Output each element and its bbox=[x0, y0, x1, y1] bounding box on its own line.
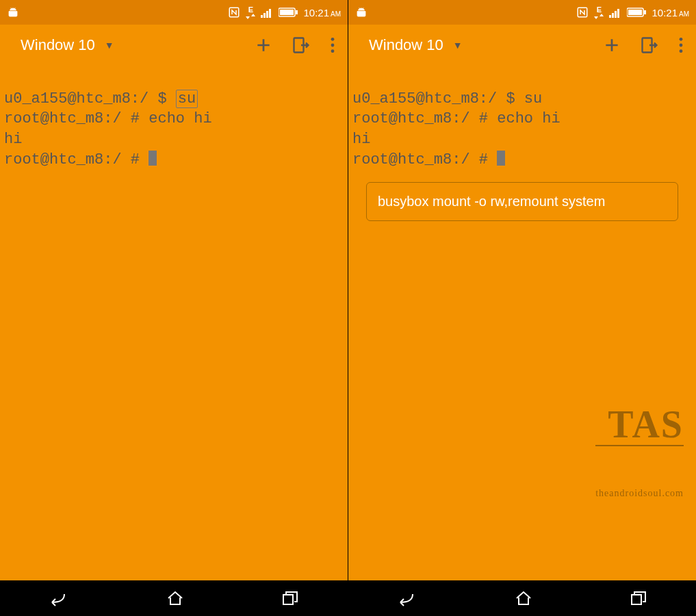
svg-rect-17 bbox=[617, 9, 619, 18]
svg-point-22 bbox=[680, 38, 683, 41]
nav-bar bbox=[348, 580, 696, 616]
svg-rect-15 bbox=[612, 13, 614, 18]
term-line: u0_a155@htc_m8:/ $ su bbox=[352, 90, 542, 107]
svg-rect-16 bbox=[615, 11, 617, 18]
add-button[interactable] bbox=[603, 36, 621, 54]
chevron-down-icon: ▼ bbox=[453, 40, 463, 51]
selected-text: su bbox=[176, 90, 198, 108]
term-line: root@htc_m8:/ # bbox=[4, 151, 157, 168]
recents-button[interactable] bbox=[281, 590, 299, 606]
svg-rect-7 bbox=[296, 10, 298, 14]
back-button[interactable] bbox=[49, 590, 69, 606]
svg-rect-20 bbox=[644, 10, 646, 14]
term-line: u0_a155@htc_m8:/ $ su bbox=[4, 90, 198, 108]
svg-point-10 bbox=[331, 44, 335, 47]
svg-rect-12 bbox=[283, 595, 293, 604]
overflow-menu-icon[interactable] bbox=[330, 36, 335, 54]
svg-rect-19 bbox=[628, 10, 642, 15]
home-button[interactable] bbox=[515, 590, 532, 606]
app-toolbar: Window 10 ▼ bbox=[348, 25, 696, 66]
status-time: 10:21AM bbox=[652, 7, 689, 18]
svg-point-9 bbox=[331, 38, 335, 41]
nfc-icon bbox=[228, 6, 240, 18]
nfc-icon bbox=[576, 6, 589, 18]
term-line: hi bbox=[352, 131, 370, 148]
svg-point-23 bbox=[680, 44, 683, 47]
window-label: Window 10 bbox=[21, 36, 95, 54]
app-toolbar: Window 10 ▼ bbox=[0, 25, 348, 66]
battery-icon bbox=[627, 8, 646, 17]
phone-left: E 10:21AM Window 10 ▼ bbox=[0, 0, 348, 616]
window-dropdown[interactable]: Window 10 ▼ bbox=[21, 36, 114, 54]
phone-right: E 10:21AM Window 10 ▼ bbox=[348, 0, 696, 616]
data-icon: E bbox=[594, 6, 604, 19]
suggestion-box[interactable]: busybox mount -o rw,remount system bbox=[366, 182, 678, 221]
back-button[interactable] bbox=[397, 590, 417, 606]
status-time: 10:21AM bbox=[303, 7, 341, 18]
term-line: root@htc_m8:/ # echo hi bbox=[352, 110, 560, 127]
android-debug-icon bbox=[355, 6, 368, 18]
chevron-down-icon: ▼ bbox=[105, 40, 114, 51]
term-line: hi bbox=[4, 131, 22, 148]
terminal-area[interactable]: u0_a155@htc_m8:/ $ su root@htc_m8:/ # ec… bbox=[348, 66, 696, 580]
window-dropdown[interactable]: Window 10 ▼ bbox=[369, 36, 463, 54]
svg-point-11 bbox=[331, 49, 335, 53]
android-debug-icon bbox=[7, 6, 19, 18]
cursor-icon bbox=[497, 151, 505, 166]
svg-rect-4 bbox=[269, 9, 271, 18]
add-button[interactable] bbox=[255, 36, 272, 54]
svg-rect-3 bbox=[266, 11, 268, 18]
svg-rect-1 bbox=[261, 15, 263, 18]
terminal-area[interactable]: u0_a155@htc_m8:/ $ su root@htc_m8:/ # ec… bbox=[0, 66, 348, 580]
overflow-menu-icon[interactable] bbox=[678, 36, 684, 54]
window-label: Window 10 bbox=[369, 36, 443, 54]
cursor-icon bbox=[149, 151, 157, 166]
term-line: root@htc_m8:/ # bbox=[352, 151, 505, 168]
signal-icon bbox=[261, 7, 273, 18]
status-bar: E 10:21AM bbox=[0, 0, 348, 25]
data-icon: E bbox=[246, 6, 255, 19]
exit-button[interactable] bbox=[640, 36, 659, 55]
watermark: TAS theandroidsoul.com bbox=[595, 365, 684, 541]
nav-bar bbox=[0, 580, 348, 616]
svg-rect-25 bbox=[632, 595, 641, 604]
home-button[interactable] bbox=[166, 590, 184, 606]
status-bar: E 10:21AM bbox=[348, 0, 696, 25]
battery-icon bbox=[279, 8, 298, 17]
svg-rect-2 bbox=[263, 13, 266, 18]
term-line: root@htc_m8:/ # echo hi bbox=[4, 110, 212, 127]
svg-point-24 bbox=[680, 49, 683, 53]
signal-icon bbox=[609, 7, 621, 18]
exit-button[interactable] bbox=[292, 36, 311, 55]
recents-button[interactable] bbox=[630, 590, 647, 606]
svg-rect-6 bbox=[280, 10, 294, 15]
svg-rect-14 bbox=[609, 15, 611, 18]
